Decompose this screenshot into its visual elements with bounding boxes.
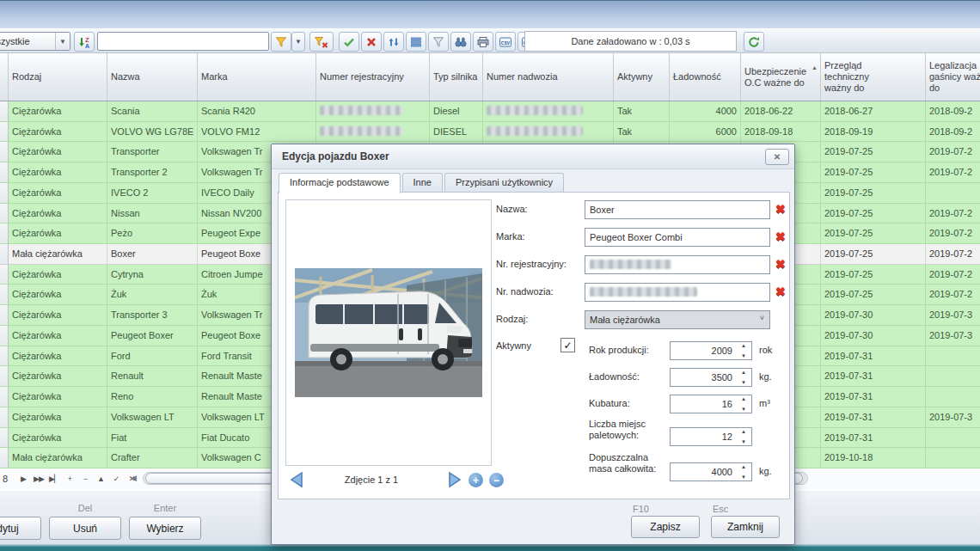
field-label: Nr. rejestracyjny: <box>496 259 567 269</box>
toolbar: Wszystkie ▼ Z A ▼CSVCSV Dane załadowano … <box>0 28 980 53</box>
table-cell: 2019-07-2 <box>926 285 980 304</box>
table-cell: 2018-06-22 <box>741 101 821 121</box>
column-header[interactable]: Nazwa <box>107 53 198 101</box>
table-cell: Diesel <box>430 101 483 121</box>
kubatura-stepper[interactable]: 16▲▼ <box>670 395 752 413</box>
field-label: Marka: <box>496 231 525 242</box>
nav-next-button[interactable]: ▶ <box>15 472 31 486</box>
column-header[interactable]: Numer nadwozia <box>483 53 614 101</box>
masa-calkowita-stepper[interactable]: 4000▲▼ <box>670 462 752 481</box>
field-label: Ładowność: <box>589 371 640 383</box>
row-indicator <box>0 223 9 243</box>
table-cell: Tak <box>614 122 670 142</box>
dialog-titlebar[interactable]: Edycja pojazdu Boxer ✕ <box>272 144 794 169</box>
photo-caption: Zdjęcie 1 z 1 <box>311 474 432 485</box>
nazwa-field[interactable]: Boxer <box>585 200 770 219</box>
nav-fast-forward-button[interactable]: ▶▶ <box>31 472 46 486</box>
spinner-icon[interactable]: ▲▼ <box>738 464 750 480</box>
filter-scope-select[interactable]: Wszystkie ▼ <box>0 32 70 51</box>
save-button[interactable]: Zapisz <box>631 516 700 538</box>
refresh-icon[interactable] <box>744 32 764 52</box>
delete-button[interactable]: Usuń <box>49 517 121 540</box>
clear-field-icon[interactable]: ✖ <box>775 230 786 242</box>
select-button[interactable]: Wybierz <box>129 517 201 540</box>
filter-panel-icon[interactable] <box>428 32 449 52</box>
close-button[interactable]: Zamknij <box>711 516 780 538</box>
table-cell: 2019-07-3 <box>926 407 980 427</box>
nav-delete-button[interactable]: − <box>77 472 93 486</box>
nav-last-button[interactable]: ▶▏ <box>46 472 62 486</box>
filter-icon[interactable] <box>271 32 291 52</box>
table-cell: 2019-07-31 <box>821 346 926 366</box>
table-cell: Crafter <box>107 448 198 468</box>
marka-field[interactable]: Peugeot Boxer Combi <box>585 228 770 247</box>
redacted-text <box>320 106 402 115</box>
clear-field-icon[interactable]: ✖ <box>775 203 786 215</box>
tab-informacje-podstawowe[interactable]: Informacje podstawowe <box>279 173 401 193</box>
column-header[interactable]: Rodzaj <box>9 53 107 101</box>
close-icon[interactable]: ✕ <box>765 149 789 165</box>
export-csv-icon[interactable]: CSV <box>495 32 516 52</box>
ladownosc-stepper[interactable]: 3500▲▼ <box>670 368 752 387</box>
table-cell: 2019-07-2 <box>926 223 980 243</box>
columns-icon[interactable] <box>406 32 426 52</box>
nav-insert-button[interactable]: + <box>62 472 77 486</box>
table-cell: Renault <box>107 366 198 386</box>
svg-text:Z: Z <box>85 36 89 42</box>
scroll-left-icon[interactable]: ◀ <box>131 474 137 482</box>
table-cell: Ciężarówka <box>9 223 107 243</box>
kubatura-stepper-row: Kubatura:16▲▼m³ <box>488 395 789 413</box>
table-row[interactable]: CiężarówkaVOLVO WG LG78EVOLVO FM12DIESEL… <box>0 122 980 143</box>
table-cell: Mała ciężarówka <box>9 244 107 264</box>
column-header[interactable]: Numer rejestracyjny <box>316 53 430 101</box>
column-header[interactable]: Typ silnika <box>430 53 483 101</box>
tab-inne[interactable]: Inne <box>402 173 443 193</box>
sort-az-icon[interactable]: Z A <box>74 32 95 52</box>
clear-field-icon[interactable]: ✖ <box>775 258 786 270</box>
photo-navigation: Zdjęcie 1 z 1 + − <box>285 468 509 493</box>
nav-post-button[interactable]: ✓ <box>108 472 124 486</box>
table-cell: 2018-09-19 <box>821 122 926 142</box>
clear-field-icon[interactable]: ✖ <box>775 285 786 297</box>
spinner-icon[interactable]: ▲▼ <box>738 396 750 412</box>
spinner-icon[interactable]: ▲▼ <box>738 429 750 444</box>
rok-produkcji-stepper[interactable]: 2009▲▼ <box>670 341 752 360</box>
nr-rejestracyjny-field[interactable] <box>585 255 770 274</box>
nav-edit-button[interactable]: ▲ <box>93 472 108 486</box>
table-cell: 2018-06-27 <box>821 101 926 121</box>
cancel-filter-icon[interactable] <box>361 32 382 52</box>
svg-text:A: A <box>85 43 89 49</box>
column-header[interactable]: Przegląd techniczny ważny do <box>821 53 926 101</box>
previous-photo-icon[interactable] <box>287 470 306 489</box>
redacted-text <box>320 126 402 136</box>
liczba-miejsc-stepper[interactable]: 12▲▼ <box>670 427 752 446</box>
tab-przypisani-uzytkownicy[interactable]: Przypisani użytkownicy <box>444 173 564 193</box>
table-cell: Ciężarówka <box>9 305 107 325</box>
field-value: 2009 <box>712 346 732 356</box>
filter-dropdown-icon[interactable]: ▼ <box>291 32 305 52</box>
find-icon[interactable] <box>450 32 471 52</box>
add-photo-icon[interactable]: + <box>469 473 483 487</box>
column-header[interactable]: Ładowność <box>670 53 741 101</box>
column-header[interactable]: Aktywny <box>614 53 670 101</box>
next-photo-icon[interactable] <box>445 470 464 489</box>
spinner-icon[interactable]: ▲▼ <box>738 343 750 358</box>
table-cell <box>926 448 980 468</box>
spinner-icon[interactable]: ▲▼ <box>738 370 750 385</box>
field-label: Nazwa: <box>496 204 528 214</box>
table-row[interactable]: CiężarówkaScaniaScania R420DieselTak4000… <box>0 101 980 122</box>
print-icon[interactable] <box>473 32 493 52</box>
column-header[interactable]: Marka <box>198 53 316 101</box>
apply-filter-icon[interactable] <box>339 32 359 52</box>
rodzaj-select[interactable]: Mała ciężarówka˅ <box>585 310 770 329</box>
chevron-down-icon[interactable]: ▼ <box>55 33 70 50</box>
edit-button[interactable]: Edytuj <box>0 517 41 540</box>
search-input[interactable] <box>97 32 269 51</box>
chevron-down-icon[interactable]: ˅ <box>760 314 764 328</box>
clear-filter-icon[interactable] <box>309 32 334 52</box>
sort-icon[interactable] <box>383 32 404 52</box>
column-header[interactable]: Ubezpieczenie O.C ważne do▲ <box>741 53 821 101</box>
nr-nadwozia-field[interactable] <box>585 283 770 302</box>
table-cell: Ciężarówka <box>9 204 107 223</box>
column-header[interactable]: Legalizacja gaśnicy ważna do <box>926 53 980 101</box>
